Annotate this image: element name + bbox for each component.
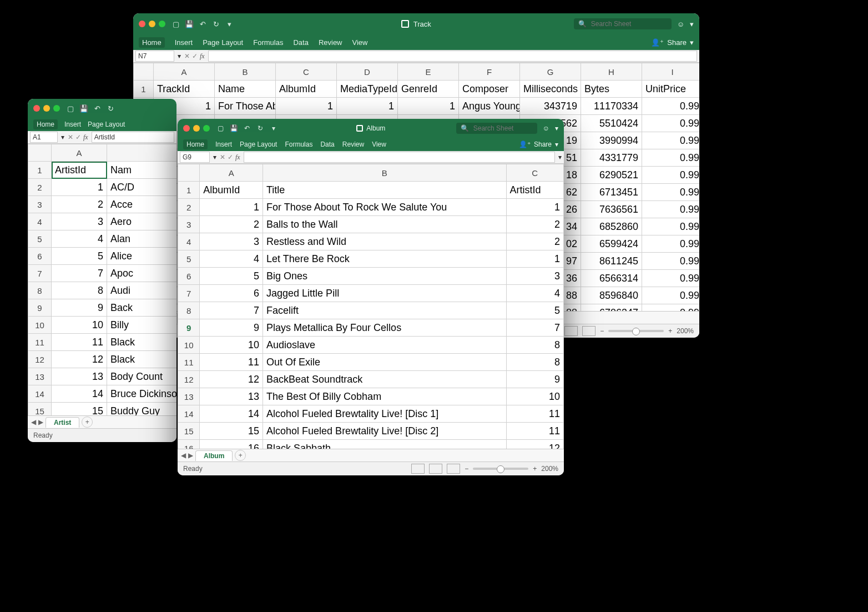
cell[interactable]: Audi (107, 282, 177, 299)
cell[interactable]: 4 (200, 250, 263, 268)
col-header[interactable]: B (215, 63, 276, 81)
cell[interactable]: AC/D (107, 179, 177, 196)
cell[interactable]: 14 (52, 385, 107, 403)
cell[interactable]: MediaTypeId (337, 81, 398, 98)
row-header[interactable]: 15 (28, 403, 52, 416)
corner-cell[interactable] (134, 63, 154, 81)
row-header[interactable]: 14 (178, 405, 200, 423)
cell[interactable]: 0.99 (642, 235, 700, 253)
search-sheet[interactable]: 🔍 (574, 18, 672, 29)
cell[interactable]: Plays Metallica By Four Cellos (263, 319, 507, 337)
row-header[interactable]: 1 (134, 81, 154, 98)
name-box[interactable]: A1 (30, 132, 58, 143)
row-header[interactable]: 10 (178, 337, 200, 354)
cell[interactable]: 1 (506, 199, 563, 216)
cell[interactable]: 10 (506, 388, 563, 405)
cell[interactable]: 0.99 (642, 304, 700, 312)
undo-icon[interactable]: ↶ (243, 124, 251, 132)
tab-insert[interactable]: Insert (64, 121, 81, 128)
cell[interactable]: Nam (107, 162, 177, 179)
row-header[interactable]: 2 (28, 179, 52, 196)
row-header[interactable]: 16 (178, 440, 200, 449)
chevron-down-icon[interactable]: ▾ (555, 141, 558, 148)
spreadsheet-album[interactable]: ABC 1AlbumIdTitleArtistId21For Those Abo… (178, 164, 564, 449)
cell[interactable]: 11170334 (581, 98, 642, 115)
cell[interactable]: UnitPrice (642, 81, 700, 98)
cell[interactable]: 12 (506, 440, 563, 449)
tab-review[interactable]: Review (342, 141, 364, 148)
cell[interactable]: 8611245 (581, 253, 642, 270)
close-icon[interactable] (139, 21, 145, 27)
col-header[interactable]: A (154, 63, 215, 81)
cell[interactable]: 13 (200, 388, 263, 405)
cell[interactable]: Let There Be Rock (263, 250, 507, 268)
cell[interactable]: Acce (107, 196, 177, 213)
cell[interactable]: 15 (200, 423, 263, 440)
tab-review[interactable]: Review (319, 38, 342, 47)
row-header[interactable]: 8 (178, 302, 200, 319)
name-box-dropdown-icon[interactable]: ▾ (178, 52, 181, 60)
zoom-out-icon[interactable]: − (465, 465, 468, 473)
col-header[interactable]: A (52, 144, 107, 162)
search-sheet[interactable]: 🔍 (456, 123, 537, 134)
row-header[interactable]: 4 (178, 233, 200, 250)
save-icon-2[interactable]: ▢ (67, 104, 74, 112)
cell[interactable]: Body Count (107, 368, 177, 385)
cell[interactable]: 7 (200, 302, 263, 319)
cell[interactable]: 0.99 (642, 98, 700, 115)
tab-insert[interactable]: Insert (215, 141, 232, 148)
cell[interactable]: 7636561 (581, 201, 642, 218)
fx-icon[interactable]: fx (200, 52, 205, 61)
corner-cell[interactable] (28, 144, 52, 162)
row-header[interactable]: 8 (28, 282, 52, 299)
cell[interactable]: 6706347 (581, 304, 642, 312)
search-input[interactable] (590, 19, 659, 28)
col-header[interactable]: D (337, 63, 398, 81)
cell[interactable]: Restless and Wild (263, 233, 507, 250)
formula-content[interactable] (208, 51, 697, 62)
cell[interactable]: 12 (200, 371, 263, 388)
more-icon[interactable]: ▾ (225, 20, 233, 28)
cell[interactable]: 2 (52, 196, 107, 213)
traffic-lights[interactable] (139, 21, 165, 27)
name-box-dropdown-icon[interactable]: ▾ (213, 153, 216, 161)
zoom-in-icon[interactable]: + (668, 327, 672, 335)
cell[interactable]: Big Ones (263, 268, 507, 285)
col-header[interactable]: G (520, 63, 581, 81)
cell[interactable]: 6852860 (581, 218, 642, 235)
spreadsheet-artist[interactable]: A 1ArtistIdNam21AC/D32Acce43Aero54Alan65… (28, 144, 176, 415)
view-normal-icon[interactable] (411, 464, 425, 474)
col-header[interactable]: A (200, 164, 263, 182)
row-header[interactable]: 5 (28, 230, 52, 248)
tab-home[interactable]: Home (139, 37, 165, 48)
cell[interactable]: 6566314 (581, 270, 642, 287)
chevron-down-icon[interactable]: ▾ (690, 38, 694, 47)
traffic-lights[interactable] (183, 125, 210, 132)
tab-page-layout[interactable]: Page Layout (88, 121, 125, 128)
cell[interactable]: Bruce Dickinso (107, 385, 177, 403)
maximize-icon[interactable] (159, 21, 165, 27)
cell[interactable]: 9 (200, 319, 263, 337)
window-album[interactable]: ▢ 💾 ↶ ↻ ▾ Album 🔍 ☺ ▾ Home Insert Page L… (178, 119, 564, 475)
cell[interactable]: 15 (52, 403, 107, 416)
cell[interactable]: Buddy Guy (107, 403, 177, 416)
minimize-icon[interactable] (193, 125, 200, 132)
cell[interactable]: 0.99 (642, 287, 700, 304)
name-box[interactable]: G9 (180, 152, 210, 163)
minimize-icon[interactable] (149, 21, 155, 27)
window-artist[interactable]: ▢ 💾 ↶ ↻ Home Insert Page Layout A1 ▾ ✕ ✓… (28, 99, 176, 442)
cell[interactable]: Jagged Little Pill (263, 285, 507, 302)
cell[interactable]: Alan (107, 230, 177, 248)
close-icon[interactable] (33, 105, 40, 112)
zoom-slider[interactable] (608, 330, 664, 332)
cell[interactable]: 3 (506, 268, 563, 285)
tab-prev-icon[interactable]: ◀ (181, 452, 186, 459)
cell[interactable]: Milliseconds (520, 81, 581, 98)
cell[interactable]: 3990994 (581, 132, 642, 149)
fx-icon[interactable]: fx (83, 133, 88, 142)
cell[interactable]: 6599424 (581, 235, 642, 253)
cell[interactable]: Out Of Exile (263, 354, 507, 371)
cell[interactable]: 1 (506, 250, 563, 268)
maximize-icon[interactable] (53, 105, 60, 112)
cell[interactable]: ArtistId (506, 182, 563, 199)
